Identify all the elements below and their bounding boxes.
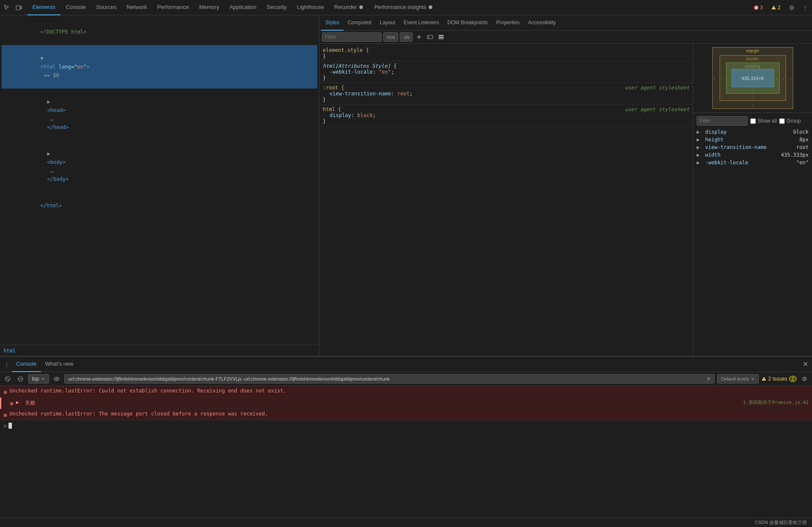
tab-network[interactable]: Network: [122, 0, 152, 15]
box-margin: margin - - - border - - -: [712, 47, 793, 109]
tab-dom-breakpoints[interactable]: DOM Breakpoints: [443, 15, 492, 31]
html-element-line[interactable]: ▼ <html lang="en"> == $0: [2, 45, 317, 89]
body-line[interactable]: ▶ <body> … </body>: [2, 140, 317, 192]
styles-panel: Styles Computed Layout Event Listeners D…: [319, 15, 812, 356]
settings-icon[interactable]: ⚙: [786, 3, 797, 13]
top-selector[interactable]: top: [28, 374, 49, 384]
tab-memory[interactable]: Memory: [194, 0, 224, 15]
element-state-icon[interactable]: [425, 32, 435, 42]
console-more-icon[interactable]: ⋮: [2, 359, 12, 369]
tab-security[interactable]: Security: [261, 0, 292, 15]
show-all-checkbox-label[interactable]: Show all: [750, 118, 777, 124]
tab-event-listeners[interactable]: Event Listeners: [399, 15, 443, 31]
tab-whats-new[interactable]: What's new: [41, 357, 78, 372]
computed-expand-icon[interactable]: ▶: [697, 137, 702, 143]
group-checkbox-label[interactable]: Group: [779, 118, 801, 124]
svg-text:!: !: [763, 378, 764, 381]
tab-computed[interactable]: Computed: [344, 15, 376, 31]
tab-layout[interactable]: Layout: [376, 15, 399, 31]
console-settings-icon[interactable]: ⚙: [799, 374, 809, 384]
styles-filter-input[interactable]: [322, 32, 382, 42]
computed-row-locale[interactable]: ▶ -webkit-locale "en": [697, 159, 809, 166]
tab-performance[interactable]: Performance: [152, 0, 194, 15]
group-checkbox[interactable]: [779, 118, 785, 124]
svg-rect-11: [439, 38, 444, 39]
source-link-sub[interactable]: 1.第四期关于Promise.js:42: [743, 399, 809, 406]
issues-badge[interactable]: ! 2 Issues 2: [761, 376, 797, 382]
console-input-line[interactable]: >: [0, 421, 812, 431]
device-toggle-icon[interactable]: [14, 3, 24, 13]
styles-main: element.style { } html[Attributes Style]…: [319, 44, 812, 356]
tab-lighthouse[interactable]: Lighthouse: [292, 0, 329, 15]
error-icon-1: ⊗: [3, 389, 7, 395]
computed-expand-icon[interactable]: ▶: [697, 144, 702, 150]
styles-filter-bar: :hov .cls: [319, 31, 812, 44]
computed-expand-icon[interactable]: ▶: [697, 129, 702, 135]
expand-icon-sub[interactable]: ▶: [16, 399, 21, 405]
css-rule-element-style: element.style { }: [319, 46, 693, 61]
console-block-icon[interactable]: [15, 374, 26, 384]
tab-console-panel[interactable]: Console: [12, 357, 41, 372]
computed-row-vtn[interactable]: ▶ view-transition-name root: [697, 143, 809, 151]
tab-sources[interactable]: Sources: [91, 0, 122, 15]
console-tab-bar: ⋮ Console What's new ✕: [0, 357, 812, 372]
issues-count-badge: 2: [789, 376, 797, 382]
top-dropdown-icon: [41, 377, 45, 381]
box-padding: padding - - - 435.333×8: [726, 63, 780, 94]
console-close-button[interactable]: ✕: [800, 359, 810, 369]
tab-performance-insights[interactable]: Performance insights ⏺: [369, 0, 439, 15]
elements-panel: <!DOCTYPE html> ▼ <html lang="en"> == $0…: [0, 15, 319, 356]
default-levels-button[interactable]: Default levels: [717, 374, 759, 384]
tab-recorder[interactable]: Recorder ⏺: [329, 0, 369, 15]
url-clear-button[interactable]: ✕: [706, 376, 712, 382]
box-border: border - - - padding - -: [720, 55, 786, 101]
console-error-2: ⊗ Unchecked runtime.lastError: The messa…: [0, 409, 812, 421]
pseudo-class-button[interactable]: :hov: [383, 32, 398, 42]
tab-console[interactable]: Console: [60, 0, 91, 15]
add-style-icon[interactable]: [414, 32, 424, 42]
console-messages[interactable]: ⊗ Unchecked runtime.lastError: Could not…: [0, 386, 812, 518]
toolbar-right-group: ✕ 3 ! 2 ⚙ ⋮: [751, 3, 810, 13]
more-options-icon[interactable]: ⋮: [800, 3, 810, 13]
css-rules-area[interactable]: element.style { } html[Attributes Style]…: [319, 44, 693, 356]
cls-button[interactable]: .cls: [400, 32, 413, 42]
computed-row-height[interactable]: ▶ height 8px: [697, 136, 809, 143]
elements-tree[interactable]: <!DOCTYPE html> ▼ <html lang="en"> == $0…: [0, 15, 319, 345]
show-all-checkbox[interactable]: [750, 118, 756, 124]
svg-rect-0: [16, 6, 20, 10]
html-expand-icon[interactable]: ▼: [40, 54, 46, 63]
computed-filter-bar: Show all Group: [697, 116, 809, 126]
warn-badge[interactable]: ! 2: [769, 4, 783, 11]
computed-row-display[interactable]: ▶ display block: [697, 128, 809, 136]
error-badge[interactable]: ✕ 3: [751, 4, 766, 11]
error-icon-sub: ⊗: [10, 400, 13, 407]
breadcrumb[interactable]: html: [0, 345, 319, 356]
svg-text:!: !: [773, 6, 774, 9]
tab-elements[interactable]: Elements: [27, 0, 60, 15]
tab-styles[interactable]: Styles: [321, 15, 344, 31]
head-line[interactable]: ▶ <head> … </head>: [2, 89, 317, 140]
computed-row-width[interactable]: ▶ width 435.333px: [697, 151, 809, 159]
console-clear-icon[interactable]: [3, 374, 13, 384]
console-error-sub[interactable]: ⊗ ▶ 失败 1.第四期关于Promise.js:42: [0, 398, 812, 409]
box-model-section: margin - - - border - - -: [693, 44, 812, 112]
computed-filter-input[interactable]: [697, 116, 748, 126]
computed-expand-icon[interactable]: ▶: [697, 152, 702, 158]
styles-more-icon[interactable]: [436, 32, 446, 42]
console-eye-icon[interactable]: [52, 374, 62, 384]
console-area: ⋮ Console What's new ✕: [0, 356, 812, 518]
tab-application[interactable]: Application: [224, 0, 262, 15]
svg-line-13: [6, 378, 9, 380]
right-panel: margin - - - border - - -: [693, 44, 812, 356]
computed-expand-icon[interactable]: ▶: [697, 160, 702, 166]
dollar-zero-marker: == $0: [44, 72, 59, 78]
head-expand-icon[interactable]: ▶: [47, 97, 52, 106]
toolbar-icon-group: [2, 3, 24, 13]
tab-accessibility[interactable]: Accessibility: [524, 15, 560, 31]
inspect-element-icon[interactable]: [2, 3, 12, 13]
svg-point-17: [56, 378, 57, 380]
body-expand-icon[interactable]: ▶: [47, 149, 52, 158]
console-url-bar[interactable]: -url:chrome-extension://ljflmlehinmoekno…: [64, 374, 714, 384]
tab-properties[interactable]: Properties: [492, 15, 524, 31]
css-rule-html-attrs: html[Attributes Style] { -webkit-locale:…: [319, 61, 693, 83]
